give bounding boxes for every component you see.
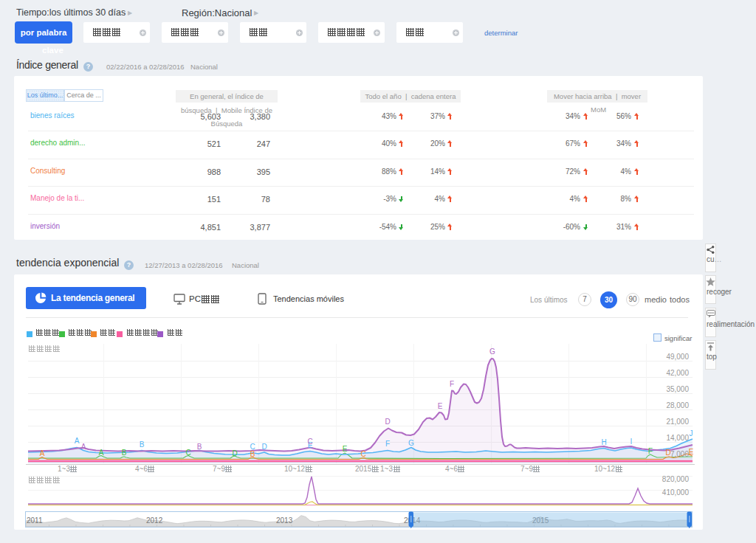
svg-text:A: A: [40, 449, 45, 457]
svg-text:D: D: [261, 443, 267, 451]
svg-text:E: E: [438, 402, 443, 410]
svg-text:G: G: [489, 347, 495, 356]
svg-text:D: D: [232, 449, 237, 457]
svg-text:21,000: 21,000: [666, 418, 689, 426]
svg-text:A: A: [81, 443, 86, 451]
svg-text:F: F: [385, 440, 390, 448]
svg-text:7~9: 7~9: [213, 465, 225, 473]
svg-text:C: C: [360, 450, 365, 458]
svg-text:410,000: 410,000: [662, 488, 690, 497]
svg-text:14,000: 14,000: [666, 434, 689, 442]
svg-text:28,000: 28,000: [666, 401, 689, 409]
svg-text:7,000: 7,000: [670, 450, 689, 458]
svg-text:J: J: [690, 429, 693, 437]
svg-text:B: B: [122, 449, 127, 457]
svg-text:10~12: 10~12: [594, 465, 616, 473]
svg-text:C: C: [185, 449, 190, 457]
svg-text:35,000: 35,000: [666, 385, 689, 393]
svg-text:F: F: [450, 380, 454, 388]
svg-text:1~3: 1~3: [380, 465, 393, 473]
svg-text:B: B: [140, 440, 145, 449]
svg-text:E: E: [343, 445, 348, 453]
svg-text:49,000: 49,000: [666, 353, 689, 361]
svg-text:2012: 2012: [146, 516, 163, 525]
svg-text:A: A: [75, 437, 80, 445]
svg-text:G: G: [408, 439, 414, 447]
svg-text:1~3: 1~3: [58, 465, 70, 473]
svg-text:820,000: 820,000: [662, 475, 690, 483]
svg-text:4~6: 4~6: [135, 465, 148, 473]
svg-text:I: I: [630, 437, 633, 446]
svg-text:B: B: [197, 443, 202, 451]
svg-text:7~9: 7~9: [520, 465, 533, 473]
svg-text:E: E: [689, 448, 694, 456]
svg-text:2013: 2013: [276, 516, 293, 525]
svg-text:2015: 2015: [355, 465, 372, 473]
svg-text:D: D: [385, 418, 390, 426]
svg-text:C: C: [307, 437, 312, 446]
svg-text:4~6: 4~6: [445, 465, 458, 473]
svg-text:A: A: [99, 449, 104, 457]
svg-text:B: B: [250, 450, 255, 458]
svg-text:H: H: [601, 438, 606, 446]
svg-text:2011: 2011: [27, 516, 43, 525]
svg-text:42,000: 42,000: [666, 369, 689, 377]
svg-text:10~12: 10~12: [284, 465, 306, 473]
svg-text:F: F: [648, 447, 653, 455]
svg-text:D: D: [665, 449, 670, 457]
